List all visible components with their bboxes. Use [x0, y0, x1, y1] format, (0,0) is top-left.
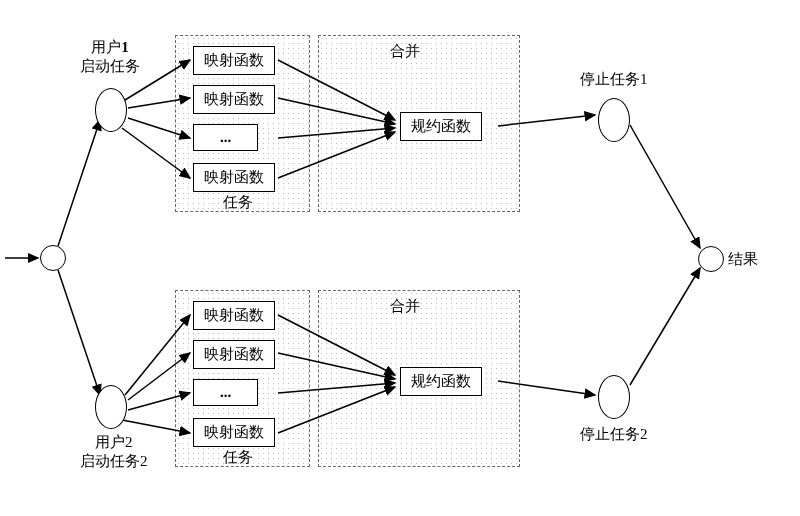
stop1-label: 停止任务1 [580, 70, 648, 89]
user1-start-node [95, 88, 127, 132]
result-label: 结果 [728, 250, 758, 269]
svg-line-17 [122, 420, 190, 433]
svg-line-14 [125, 315, 190, 395]
svg-line-18 [278, 315, 395, 375]
svg-line-16 [128, 393, 190, 410]
svg-line-2 [58, 120, 100, 246]
stop2-label: 停止任务2 [580, 425, 648, 444]
svg-line-12 [498, 115, 595, 126]
svg-line-11 [278, 132, 395, 178]
svg-line-23 [630, 268, 700, 385]
svg-line-19 [278, 353, 395, 379]
reduce-fn-box-1: 规约函数 [400, 112, 482, 141]
svg-line-7 [122, 128, 190, 178]
svg-line-13 [630, 125, 700, 248]
input-node [40, 245, 66, 271]
ellipsis-box: ... [193, 379, 258, 406]
svg-line-8 [278, 60, 395, 120]
diagram-canvas: 用户1 启动任务 映射函数 映射函数 ... 映射函数 任务 合并 规约函数 停… [0, 0, 800, 516]
svg-line-10 [278, 128, 395, 138]
svg-line-15 [128, 353, 190, 400]
map-fn-box: 映射函数 [193, 163, 275, 192]
svg-line-5 [128, 98, 190, 108]
svg-line-20 [278, 383, 395, 393]
stop1-node [598, 98, 630, 142]
ellipsis-box: ... [193, 124, 258, 151]
user2-start-node [95, 385, 127, 429]
reduce-fn-box-2: 规约函数 [400, 367, 482, 396]
map-fn-box: 映射函数 [193, 85, 275, 114]
map-region-label-2: 任务 [223, 448, 253, 467]
merge-region-label-2: 合并 [390, 297, 420, 316]
svg-line-21 [278, 387, 395, 433]
stop2-node [598, 375, 630, 419]
map-fn-box: 映射函数 [193, 301, 275, 330]
svg-line-22 [498, 381, 595, 395]
svg-line-9 [278, 98, 395, 124]
svg-line-6 [128, 118, 190, 138]
result-node [698, 246, 724, 272]
user2-label: 用户2 启动任务2 [80, 433, 148, 471]
map-fn-box: 映射函数 [193, 418, 275, 447]
map-region-label-1: 任务 [223, 193, 253, 212]
map-fn-box: 映射函数 [193, 340, 275, 369]
merge-region-label-1: 合并 [390, 42, 420, 61]
map-fn-box: 映射函数 [193, 46, 275, 75]
user1-label: 用户1 启动任务 [80, 38, 140, 76]
svg-line-3 [58, 270, 100, 395]
